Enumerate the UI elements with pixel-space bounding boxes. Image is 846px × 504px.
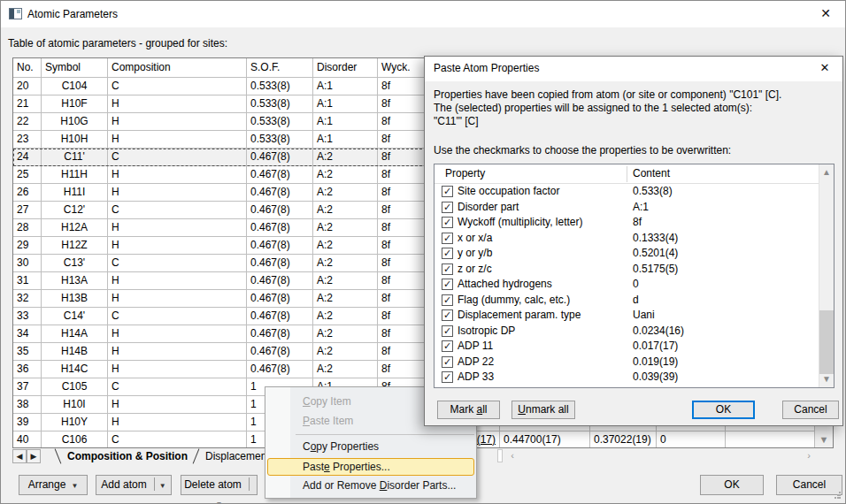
scroll-down-icon[interactable]: ▼ [819, 372, 834, 386]
table-cell: 0.533(8) [247, 95, 313, 113]
property-content: 0.017(17) [633, 340, 678, 352]
property-row[interactable]: ADP 230.004(4) [435, 386, 834, 388]
table-cell: 36 [13, 361, 42, 378]
property-row[interactable]: Isotropic DP0.0234(16) [435, 324, 834, 340]
checkbox-checked-icon[interactable] [442, 387, 453, 388]
checkbox-checked-icon[interactable] [442, 325, 453, 337]
property-row[interactable]: z or z/c0.5175(5) [435, 262, 834, 278]
close-icon[interactable]: ✕ [806, 1, 845, 27]
chevron-down-icon: ▼ [159, 482, 166, 490]
property-row[interactable]: y or y/b0.5201(4) [435, 246, 834, 262]
list-scrollbar[interactable]: ▲ ▼ [819, 164, 834, 387]
scroll-up-icon[interactable]: ▲ [819, 165, 834, 179]
table-cell: H13A [42, 272, 108, 290]
table-cell: C11' [42, 149, 108, 166]
table-cell: C105 [42, 378, 108, 396]
dialog-title: Paste Atom Properties [434, 62, 539, 74]
table-cell: Composition [108, 58, 247, 78]
checkbox-checked-icon[interactable] [442, 217, 453, 228]
table-cell: C13' [42, 255, 108, 272]
table-cell: A:1 [313, 131, 378, 149]
table-cell: C [108, 149, 247, 166]
column-divider [627, 166, 627, 182]
scrollbar-thumb[interactable] [819, 310, 834, 374]
cancel-button[interactable]: Cancel [776, 475, 842, 495]
menu-item-copy-properties[interactable]: Copy Properties [265, 438, 476, 457]
unmark-all-button[interactable]: Unmark all [511, 401, 575, 419]
dialog-cancel-button[interactable]: Cancel [782, 401, 839, 419]
table-cell: A:1 [313, 113, 378, 131]
table-cell: 0.533(8) [247, 131, 313, 149]
checkbox-checked-icon[interactable] [442, 371, 453, 383]
scroll-left-icon[interactable]: ‹ [505, 449, 519, 462]
scroll-right-icon[interactable]: › [802, 449, 816, 462]
scroll-down-icon[interactable]: ▼ [815, 431, 833, 448]
tab-composition-position[interactable]: Composition & Position [67, 450, 188, 462]
property-content: 0.019(19) [633, 355, 678, 368]
tab-scroll-splitter[interactable] [497, 449, 503, 462]
table-cell: 0.467(8) [247, 308, 313, 325]
table-cell: H [108, 184, 247, 202]
checkbox-checked-icon[interactable] [442, 309, 453, 321]
checkbox-checked-icon[interactable] [442, 248, 453, 259]
arrange-button[interactable]: Arrange▼ [19, 475, 88, 495]
resize-grip[interactable] [834, 492, 841, 499]
checkbox-checked-icon[interactable] [442, 294, 453, 306]
tab-edge [55, 448, 62, 463]
property-row[interactable]: Disorder partA:1 [435, 200, 834, 216]
table-cell: 39 [13, 414, 42, 431]
checkbox-checked-icon[interactable] [442, 233, 453, 244]
property-row[interactable]: ADP 220.019(19) [435, 355, 834, 370]
mark-all-button[interactable]: Mark all [437, 401, 500, 419]
dialog-title-bar: Paste Atom Properties ✕ [425, 57, 842, 81]
table-cell: H10G [42, 113, 108, 131]
ok-button[interactable]: OK [700, 475, 764, 495]
table-cell: 27 [13, 202, 42, 219]
checkbox-checked-icon[interactable] [442, 263, 453, 275]
table-cell: H10F [42, 95, 108, 113]
menu-item-paste-properties[interactable]: Paste Properties... [267, 458, 474, 476]
dialog-ok-button[interactable]: OK [692, 401, 755, 419]
table-cell: H10H [42, 131, 108, 149]
tab-scroll-right-icon[interactable]: ▶ [27, 449, 41, 463]
property-list-header: Property Content [435, 164, 834, 184]
table-cell: 30 [13, 255, 42, 272]
property-row[interactable]: Wyckoff (multiplicity, letter)8f [435, 215, 834, 231]
tab-displacement[interactable]: Displacement [205, 450, 270, 462]
property-row[interactable]: Flag (dummy, calc, etc.)d [435, 293, 834, 309]
table-cell: A:2 [313, 166, 378, 184]
table-horizontal-scrollbar[interactable]: ‹ › [504, 449, 818, 462]
property-row[interactable]: x or x/a0.1333(4) [435, 231, 834, 247]
close-icon[interactable]: ✕ [807, 57, 842, 81]
property-row[interactable]: Attached hydrogens0 [435, 277, 834, 293]
property-row[interactable]: ADP 330.039(39) [435, 370, 834, 386]
table-cell [726, 431, 816, 448]
property-name: Attached hydrogens [458, 278, 552, 290]
table-cell: C [108, 78, 247, 95]
menu-item-add-or-remove-disorder-parts[interactable]: Add or Remove Disorder Parts... [265, 477, 476, 496]
property-row[interactable]: ADP 110.017(17) [435, 339, 834, 355]
property-list-body: Site occupation factor0.533(8)Disorder p… [435, 184, 834, 387]
table-cell: C [108, 431, 247, 448]
checkbox-checked-icon[interactable] [442, 340, 453, 352]
checkbox-checked-icon[interactable] [442, 186, 453, 197]
tab-scroll-left-icon[interactable]: ◀ [12, 449, 27, 463]
property-row[interactable]: Site occupation factor0.533(8) [435, 184, 834, 200]
add-atom-button[interactable]: Add atom▼ [96, 475, 172, 495]
table-cell: H10Y [42, 414, 108, 431]
checkbox-checked-icon[interactable] [442, 202, 453, 213]
property-name: Isotropic DP [458, 325, 515, 337]
checkbox-checked-icon[interactable] [442, 279, 453, 290]
table-cell: H12Z [42, 237, 108, 255]
table-cell: C [108, 202, 247, 219]
table-cell: 20 [13, 78, 42, 95]
delete-atom-button[interactable]: Delete atom▼ [181, 475, 258, 495]
table-cell: 34 [13, 325, 42, 343]
table-cell: A:2 [313, 308, 378, 325]
column-header-property: Property [445, 167, 485, 179]
table-cell: Symbol [42, 58, 108, 78]
table-cell: C [108, 308, 247, 325]
property-content: 0.039(39) [633, 370, 678, 383]
checkbox-checked-icon[interactable] [442, 356, 453, 368]
property-row[interactable]: Displacement param. typeUani [435, 308, 834, 324]
